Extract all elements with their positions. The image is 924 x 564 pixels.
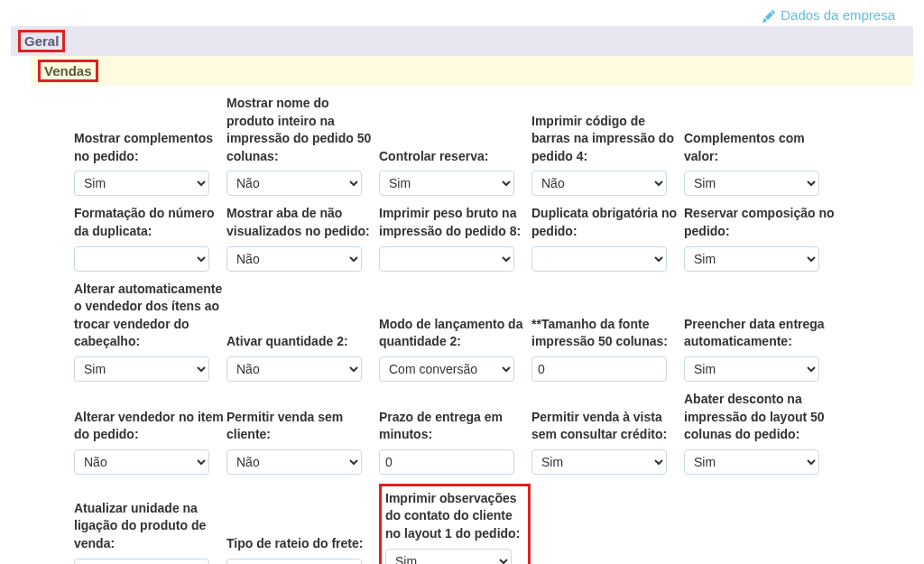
select-peso-bruto[interactable] xyxy=(379,246,514,272)
label: Prazo de entrega em minutos: xyxy=(379,409,531,444)
label: Permitir venda sem cliente: xyxy=(226,409,378,444)
spacer xyxy=(531,484,683,564)
select-codigo-barras[interactable]: Não xyxy=(531,171,667,196)
field-complementos-valor: Complementos com valor: Sim xyxy=(684,95,836,196)
select-imprimir-observacoes[interactable]: Sim xyxy=(385,549,512,564)
field-nome-produto-inteiro: Mostrar nome do produto inteiro na impre… xyxy=(226,95,378,196)
tab-geral[interactable]: Geral xyxy=(11,26,913,56)
field-reservar-composicao: Reservar composição no pedido: Sim xyxy=(684,205,836,271)
input-tamanho-fonte[interactable] xyxy=(531,356,667,382)
field-data-entrega: Preencher data entrega automaticamente: … xyxy=(684,281,836,382)
label: Abater desconto na impressão do layout 5… xyxy=(684,391,836,444)
select-aba-nao-visualizados[interactable]: Não xyxy=(226,246,362,272)
field-mostrar-complementos: Mostrar complementos no pedido: Sim xyxy=(74,95,226,196)
select-complementos-valor[interactable]: Sim xyxy=(684,171,819,196)
settings-grid: Mostrar complementos no pedido: Sim Most… xyxy=(11,95,913,564)
label: Ativar quantidade 2: xyxy=(226,333,378,351)
select-controlar-reserva[interactable]: Sim xyxy=(379,171,514,196)
label: Imprimir peso bruto na impressão do pedi… xyxy=(379,205,531,240)
field-alterar-vendedor-item: Alterar vendedor no item do pedido: Não xyxy=(74,391,226,475)
label: Reservar composição no pedido: xyxy=(684,205,836,240)
field-atualizar-unidade: Atualizar unidade na ligação do produto … xyxy=(74,484,226,564)
dados-empresa-link[interactable]: Dados da empresa xyxy=(11,0,913,26)
field-controlar-reserva: Controlar reserva: Sim xyxy=(379,95,531,196)
select-tipo-rateio[interactable]: Valor dos produtos xyxy=(226,559,362,564)
select-mostrar-complementos[interactable]: Sim xyxy=(74,171,209,196)
spacer xyxy=(683,484,835,564)
field-aba-nao-visualizados: Mostrar aba de não visualizados no pedid… xyxy=(226,205,378,271)
label: **Tamanho da fonte impressão 50 colunas: xyxy=(531,316,683,351)
field-venda-avista: Permitir venda à vista sem consultar cré… xyxy=(531,391,683,475)
label: Imprimir observações do contato do clien… xyxy=(385,490,524,543)
select-formatacao-duplicata[interactable] xyxy=(74,246,209,272)
tab-vendas-label: Vendas xyxy=(38,60,98,82)
label: Permitir venda à vista sem consultar cré… xyxy=(531,409,683,444)
select-data-entrega[interactable]: Sim xyxy=(684,356,819,382)
label: Complementos com valor: xyxy=(684,130,836,165)
label: Formatação do número da duplicata: xyxy=(74,205,226,240)
field-tipo-rateio: Tipo de rateio do frete: Valor dos produ… xyxy=(226,484,378,564)
label: Tipo de rateio do frete: xyxy=(226,535,378,553)
select-alterar-vendedor-item[interactable]: Não xyxy=(74,449,209,475)
select-atualizar-unidade[interactable]: Não xyxy=(74,559,209,564)
field-modo-lancamento-qtd2: Modo de lançamento da quantidade 2: Com … xyxy=(379,281,531,382)
dados-empresa-text[interactable]: Dados da empresa xyxy=(781,7,895,23)
label: Atualizar unidade na ligação do produto … xyxy=(74,500,226,553)
tab-geral-label: Geral xyxy=(18,30,65,52)
tab-vendas[interactable]: Vendas xyxy=(31,56,913,86)
input-prazo-entrega[interactable] xyxy=(379,449,514,475)
field-ativar-qtd2: Ativar quantidade 2: Não xyxy=(226,281,378,382)
label: Mostrar nome do produto inteiro na impre… xyxy=(226,95,378,165)
field-duplicata-obrigatoria: Duplicata obrigatória no pedido: xyxy=(531,205,683,271)
field-tamanho-fonte: **Tamanho da fonte impressão 50 colunas: xyxy=(531,281,683,382)
field-peso-bruto: Imprimir peso bruto na impressão do pedi… xyxy=(379,205,531,271)
field-imprimir-observacoes: Imprimir observações do contato do clien… xyxy=(379,484,531,564)
select-modo-lancamento-qtd2[interactable]: Com conversão xyxy=(379,356,514,382)
select-alterar-vendedor-itens[interactable]: Sim xyxy=(74,356,209,382)
select-ativar-qtd2[interactable]: Não xyxy=(226,356,362,382)
select-duplicata-obrigatoria[interactable] xyxy=(531,246,667,272)
select-abater-desconto[interactable]: Sim xyxy=(684,449,819,475)
label: Preencher data entrega automaticamente: xyxy=(684,316,836,351)
label: Imprimir código de barras na impressão d… xyxy=(531,113,683,166)
field-formatacao-duplicata: Formatação do número da duplicata: xyxy=(74,205,226,271)
label: Duplicata obrigatória no pedido: xyxy=(531,205,683,240)
label: Mostrar complementos no pedido: xyxy=(74,130,226,165)
label: Alterar automaticamente o vendedor dos í… xyxy=(74,281,226,351)
select-nome-produto-inteiro[interactable]: Não xyxy=(226,171,362,196)
field-venda-sem-cliente: Permitir venda sem cliente: Não xyxy=(226,391,378,475)
edit-icon xyxy=(762,10,775,23)
select-venda-avista[interactable]: Sim xyxy=(531,449,667,475)
select-venda-sem-cliente[interactable]: Não xyxy=(226,449,362,475)
select-reservar-composicao[interactable]: Sim xyxy=(684,246,819,272)
field-codigo-barras: Imprimir código de barras na impressão d… xyxy=(531,95,683,196)
label: Alterar vendedor no item do pedido: xyxy=(74,409,226,444)
label: Modo de lançamento da quantidade 2: xyxy=(379,316,531,351)
field-prazo-entrega: Prazo de entrega em minutos: xyxy=(379,391,531,475)
label: Controlar reserva: xyxy=(379,148,531,166)
label: Mostrar aba de não visualizados no pedid… xyxy=(226,205,378,240)
field-abater-desconto: Abater desconto na impressão do layout 5… xyxy=(684,391,836,475)
field-alterar-vendedor-itens: Alterar automaticamente o vendedor dos í… xyxy=(74,281,226,382)
